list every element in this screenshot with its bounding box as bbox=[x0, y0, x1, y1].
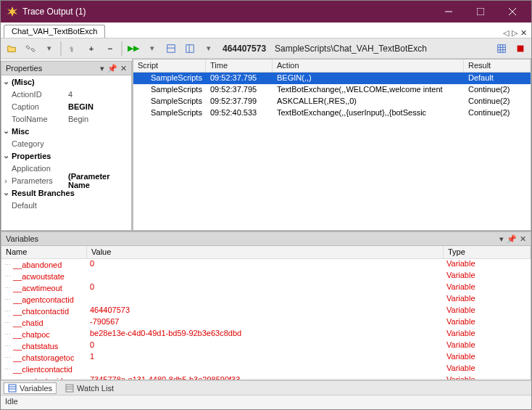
trace-row[interactable]: SampleScripts09:52:37.795TextBotExchange… bbox=[133, 84, 531, 96]
open-icon[interactable] bbox=[4, 41, 20, 57]
panel-pin-icon[interactable]: 📌 bbox=[107, 64, 117, 73]
svg-rect-5 bbox=[498, 44, 506, 52]
panel-dropdown-icon[interactable]: ▾ bbox=[100, 64, 104, 73]
tab-next-icon[interactable]: ▷ bbox=[512, 28, 518, 38]
col-name[interactable]: Name bbox=[1, 246, 87, 258]
property-group[interactable]: ⌄(Misc) bbox=[1, 75, 131, 88]
tab-watch-label: Watch List bbox=[77, 384, 114, 393]
panel-dropdown-icon[interactable]: ▾ bbox=[499, 234, 504, 244]
variables-tab-icon bbox=[8, 384, 17, 393]
svg-rect-6 bbox=[518, 45, 524, 52]
variable-row[interactable]: ⋯__chatcontactid464407573Variable bbox=[1, 306, 531, 317]
property-key: Category bbox=[10, 139, 67, 148]
add-icon[interactable]: + bbox=[83, 41, 99, 57]
panel-close-icon[interactable]: ✕ bbox=[120, 64, 127, 73]
watch-tab-icon bbox=[65, 384, 74, 393]
property-key: (Misc) bbox=[10, 78, 35, 86]
grid-icon[interactable] bbox=[494, 41, 510, 57]
property-key: Properties bbox=[10, 152, 51, 160]
col-script[interactable]: Script bbox=[133, 60, 206, 72]
separator bbox=[121, 41, 122, 56]
stop-icon[interactable] bbox=[512, 41, 528, 57]
property-value: Begin bbox=[67, 115, 131, 123]
property-row[interactable]: Category bbox=[1, 137, 131, 149]
tab-variables[interactable]: Variables bbox=[4, 382, 57, 394]
property-key: Result Branches bbox=[10, 189, 75, 197]
variable-row[interactable]: ⋯__chatstatus0Variable bbox=[1, 340, 531, 352]
property-row[interactable]: CaptionBEGIN bbox=[1, 100, 131, 112]
maximize-button[interactable] bbox=[465, 1, 496, 22]
tab-watch-list[interactable]: Watch List bbox=[65, 384, 114, 393]
variables-header: Variables ▾ 📌 ✕ bbox=[1, 231, 531, 246]
property-value: BEGIN bbox=[67, 102, 131, 111]
svg-rect-7 bbox=[9, 385, 16, 392]
property-key: Caption bbox=[10, 102, 67, 111]
play-dropdown-icon[interactable]: ▾ bbox=[144, 41, 160, 57]
variable-row[interactable]: ⋯__contactuuid7345778a-e131-4480-8db5-b3… bbox=[1, 375, 531, 380]
property-row[interactable]: ›Parameters(Parameter Name bbox=[1, 174, 131, 186]
col-result[interactable]: Result bbox=[464, 60, 531, 72]
variable-row[interactable]: ⋯__clientcontactidVariable bbox=[1, 364, 531, 375]
close-button[interactable] bbox=[496, 1, 528, 22]
panel-pin-icon[interactable]: 📌 bbox=[507, 234, 517, 244]
property-row[interactable]: Default bbox=[1, 199, 131, 211]
layout2-icon[interactable] bbox=[182, 41, 198, 57]
col-value[interactable]: Value bbox=[87, 246, 444, 258]
tools-dropdown-icon[interactable]: ▾ bbox=[41, 41, 57, 57]
layout-dropdown-icon[interactable]: ▾ bbox=[201, 41, 217, 57]
play-icon[interactable]: ▶▶ bbox=[125, 41, 141, 57]
property-group[interactable]: ⌄Misc bbox=[1, 125, 131, 137]
layout1-icon[interactable] bbox=[163, 41, 179, 57]
svg-rect-3 bbox=[186, 44, 194, 52]
variable-row[interactable]: ⋯__acwtimeout0Variable bbox=[1, 282, 531, 294]
variable-row[interactable]: ⋯__acwoutstateVariable bbox=[1, 271, 531, 282]
properties-panel: Properties ▾ 📌 ✕ ⌄(Misc)ActionID4Caption… bbox=[1, 59, 133, 231]
property-row[interactable]: ActionID4 bbox=[1, 88, 131, 100]
app-icon bbox=[7, 6, 18, 17]
property-group[interactable]: ⌄Properties bbox=[1, 149, 131, 162]
variables-title: Variables bbox=[6, 234, 38, 243]
tab-prev-icon[interactable]: ◁ bbox=[503, 28, 509, 38]
trace-row[interactable]: SampleScripts09:52:40.533TextBotExchange… bbox=[133, 107, 531, 119]
tools-icon[interactable] bbox=[22, 41, 38, 57]
variable-row[interactable]: ⋯__chatstoragetoc1Variable bbox=[1, 352, 531, 364]
window-title: Trace Output (1) bbox=[22, 7, 433, 17]
remove-icon[interactable]: − bbox=[102, 41, 118, 57]
trace-grid[interactable]: Script Time Action Result SampleScripts0… bbox=[133, 59, 531, 231]
property-row[interactable]: ToolNameBegin bbox=[1, 112, 131, 125]
status-bar: Idle bbox=[1, 395, 531, 409]
trace-row[interactable]: SampleScripts09:52:37.799ASKCALLER(,RES,… bbox=[133, 96, 531, 107]
tab-close-icon[interactable]: ✕ bbox=[520, 28, 527, 38]
col-action[interactable]: Action bbox=[273, 60, 464, 72]
property-key: Default bbox=[10, 201, 67, 210]
panel-close-icon[interactable]: ✕ bbox=[520, 234, 526, 244]
properties-title: Properties bbox=[6, 64, 42, 73]
toolbar-id: 464407573 bbox=[220, 44, 269, 54]
properties-grid[interactable]: ⌄(Misc)ActionID4CaptionBEGINToolNameBegi… bbox=[1, 75, 132, 231]
property-key: ActionID bbox=[10, 90, 67, 99]
property-key: Application bbox=[10, 164, 67, 173]
variable-row[interactable]: ⋯__chatpocbe28e13e-c4d0-49d1-bd59-92b3e6… bbox=[1, 329, 531, 340]
attach-icon[interactable] bbox=[65, 41, 80, 57]
property-key: Parameters bbox=[10, 176, 67, 185]
tab-variables-label: Variables bbox=[20, 384, 52, 393]
svg-rect-0 bbox=[477, 8, 484, 15]
property-value: (Parameter Name bbox=[67, 172, 131, 189]
properties-header: Properties ▾ 📌 ✕ bbox=[1, 61, 132, 75]
trace-row[interactable]: SampleScripts09:52:37.795BEGIN(,,)Defaul… bbox=[133, 73, 531, 84]
property-value: 4 bbox=[67, 90, 131, 99]
col-time[interactable]: Time bbox=[206, 60, 273, 72]
trace-panel: Script Time Action Result SampleScripts0… bbox=[133, 59, 531, 231]
variable-row[interactable]: ⋯__agentcontactidVariable bbox=[1, 294, 531, 306]
variables-grid-header: Name Value Type bbox=[1, 246, 531, 259]
minimize-button[interactable] bbox=[433, 1, 465, 22]
toolbar-path: SampleScripts\Chat_VAH_TextBotExch bbox=[272, 44, 430, 54]
col-type[interactable]: Type bbox=[444, 246, 531, 258]
variables-grid[interactable]: Name Value Type ⋯__abandoned0Variable⋯__… bbox=[1, 246, 531, 380]
svg-rect-8 bbox=[66, 385, 73, 392]
variable-row[interactable]: ⋯__abandoned0Variable bbox=[1, 259, 531, 271]
variable-row[interactable]: ⋯__chatid-790567Variable bbox=[1, 317, 531, 329]
svg-rect-1 bbox=[167, 44, 175, 52]
main-toolbar: ▾ + − ▶▶ ▾ ▾ 464407573 SampleScripts\Cha… bbox=[1, 38, 531, 59]
document-tab[interactable]: Chat_VAH_TextBotExch bbox=[4, 25, 105, 38]
